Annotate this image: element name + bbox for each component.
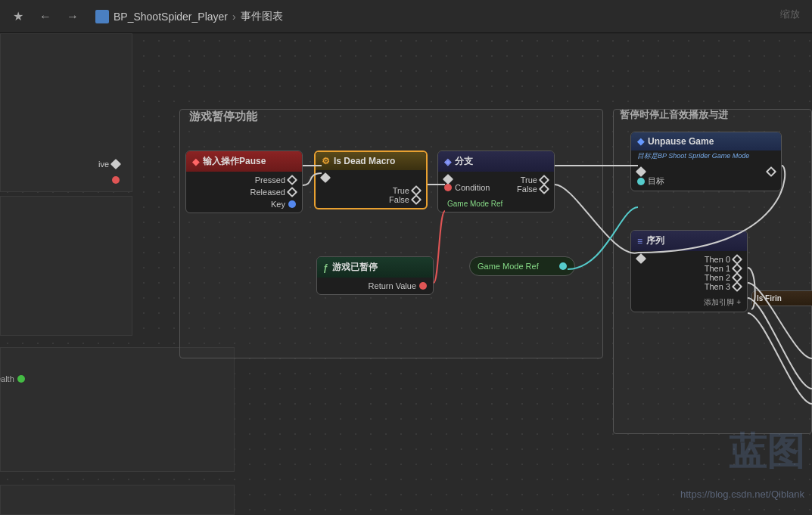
unpause-title: Unpause Game [648,136,714,147]
paused-body: Return Value [317,278,433,294]
paused-return-row: Return Value [323,281,427,290]
is-dead-exec-in-row [322,174,420,181]
game-mode-ref-node[interactable]: Game Mode Ref [469,256,575,276]
pressed-row: Pressed [192,175,296,185]
health-label-area: Health [0,374,25,383]
is-firing-header: Is Firin [752,291,812,306]
input-action-body: Pressed Released Key [186,172,302,213]
paused-title: 游戏已暂停 [332,261,378,274]
live-pin-area: ive [98,160,120,169]
left-bottom-block: SET Health Health [0,347,235,472]
blueprint-icon [95,10,109,23]
released-exec-pin [287,187,297,197]
seq-then0-label: Then 0 [705,255,730,264]
seq-then3-row: Then 3 [705,282,741,291]
key-pin [288,200,296,208]
live-exec-pin [110,159,121,169]
branch-condition-row: Condition [444,183,490,192]
unpause-target-pin [637,178,645,185]
unpause-node[interactable]: ◆ Unpause Game 目标是BP Shoot Sprider Game … [630,132,782,191]
input-action-title: 输入操作Pause [203,155,266,168]
seq-add-pin[interactable]: 添加引脚 + [637,297,741,308]
game-mode-ref-label: Game Mode Ref [478,262,539,271]
branch-gamemoderef-label: Game Mode Ref [447,200,502,208]
unpause-subtitle: 目标是BP Shoot Sprider Game Mode [631,150,781,164]
unpause-header: ◆ Unpause Game [631,132,781,150]
seq-then1-row: Then 1 [705,264,741,273]
branch-true-label: True [521,175,537,185]
branch-gamemoderef-row: Game Mode Ref [444,200,548,208]
unpause-body: 目标 [631,164,781,191]
branch-false-pin [539,184,549,194]
breadcrumb-sep: › [232,11,236,23]
health-text: Health [0,374,14,383]
sequence-header: ≡ 序列 [631,231,747,251]
branch-exec-in-row [444,175,490,183]
unpause-exec-out [766,166,776,177]
live-label: ive [98,160,109,169]
game-mode-ref-inner: Game Mode Ref [470,257,574,275]
sequence-title: 序列 [646,234,664,247]
input-action-header: ◆ 输入操作Pause [186,151,302,172]
paused-node[interactable]: ƒ 游戏已暂停 Return Value [316,256,434,295]
is-dead-exec-in [320,172,331,183]
key-label: Key [271,200,285,209]
is-dead-title: Is Dead Macro [334,156,395,166]
back-icon[interactable]: ← [35,6,56,27]
branch-condition-pin [444,184,452,191]
branch-body: Condition True False Game Mode Ref [438,172,554,212]
key-row: Key [192,200,296,209]
breadcrumb-project[interactable]: BP_ShootSpider_Player [114,11,228,23]
group-box-left: 游戏暂停功能 [179,109,603,358]
seq-then1-label: Then 1 [705,264,730,273]
zoom-label: 缩放 [780,8,800,21]
health-dot2 [17,375,25,383]
left-top-block: ive [0,33,132,192]
star-icon[interactable]: ★ [8,6,29,27]
released-label: Released [250,188,285,197]
branch-header: ◈ 分支 [438,151,554,172]
left-footer-block [0,485,235,515]
is-dead-body: True False [316,170,426,208]
is-dead-true-label: True [393,186,409,195]
paused-return-pin [419,282,427,290]
paused-return-label: Return Value [369,281,416,290]
group-box-left-label: 游戏暂停功能 [186,108,260,126]
input-action-node[interactable]: ◆ 输入操作Pause Pressed Released Key [185,150,303,213]
canvas[interactable]: ive SET Health [0,33,812,515]
released-row: Released [192,188,296,197]
unpause-exec-out-row [767,168,775,175]
pressed-label: Pressed [255,175,285,185]
seq-then3-pin [732,281,742,292]
breadcrumb-page[interactable]: 事件图表 [241,10,283,23]
seq-add-label: 添加引脚 + [704,298,741,306]
forward-icon[interactable]: → [62,6,83,27]
sequence-node[interactable]: ≡ 序列 Then 0 Then 1 [630,230,748,312]
is-dead-false-label: False [389,195,409,204]
is-firing-title: Is Firin [757,294,782,302]
left-mid-block [0,196,132,336]
toolbar: ★ ← → BP_ShootSpider_Player › 事件图表 缩放 [0,0,812,33]
seq-exec-in-row [637,255,645,262]
branch-node[interactable]: ◈ 分支 Condition True [437,150,555,213]
branch-false-row: False [517,185,548,194]
seq-then3-label: Then 3 [705,282,730,291]
is-dead-false-row: False [389,195,420,204]
seq-then2-row: Then 2 [705,273,741,282]
website: https://blog.csdn.net/Qiblank [680,489,804,500]
unpause-exec-in-row [637,168,664,175]
is-dead-node[interactable]: ⚙ Is Dead Macro True False [314,150,428,209]
game-mode-ref-pin [559,262,567,270]
pressed-exec-pin [287,175,297,185]
branch-false-label: False [517,185,537,194]
live-red-pin [112,176,120,184]
is-firing-node[interactable]: Is Firin [751,290,812,306]
seq-then2-label: Then 2 [705,273,730,282]
seq-then0-row: Then 0 [705,255,741,264]
branch-title: 分支 [455,155,473,168]
group-box-right-label: 暂停时停止音效播放与进 [620,108,728,122]
is-dead-false-pin [411,194,422,205]
branch-condition-label: Condition [455,183,490,192]
breadcrumb: BP_ShootSpider_Player › 事件图表 [95,10,283,23]
live-dot-area [112,176,120,184]
